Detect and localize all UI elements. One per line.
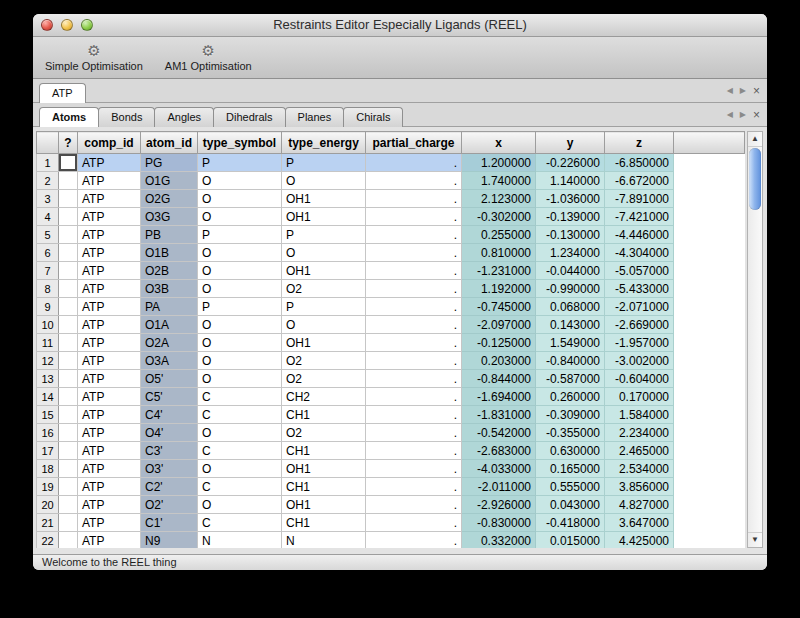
cell-type_energy[interactable]: OH1 [282, 208, 366, 226]
cell-type_energy[interactable]: CH2 [282, 388, 366, 406]
cell-q[interactable] [59, 334, 78, 352]
cell-type_energy[interactable]: CH1 [282, 442, 366, 460]
cell-x[interactable]: 0.203000 [462, 352, 536, 370]
table-row[interactable]: 19ATPC2'CCH1.-2.0110000.5550003.856000 [37, 478, 745, 496]
tab-planes[interactable]: Planes [285, 107, 345, 127]
column-header-type_symbol[interactable]: type_symbol [198, 132, 282, 154]
cell-z[interactable]: 1.584000 [605, 406, 674, 424]
cell-atom_id[interactable]: O1A [141, 316, 198, 334]
tab-angles[interactable]: Angles [154, 107, 214, 127]
cell-comp_id[interactable]: ATP [78, 496, 141, 514]
row-number[interactable]: 7 [37, 262, 59, 280]
cell-type_symbol[interactable]: P [198, 226, 282, 244]
toolbar-button-am1-optimisation[interactable]: ⚙ AM1 Optimisation [157, 42, 260, 73]
cell-y[interactable]: 0.068000 [536, 298, 605, 316]
cell-q[interactable] [59, 460, 78, 478]
cell-atom_id[interactable]: O2B [141, 262, 198, 280]
cell-type_symbol[interactable]: O [198, 190, 282, 208]
cell-partial_charge[interactable]: . [366, 316, 462, 334]
cell-x[interactable]: -1.831000 [462, 406, 536, 424]
cell-type_energy[interactable]: OH1 [282, 262, 366, 280]
cell-partial_charge[interactable]: . [366, 460, 462, 478]
cell-type_energy[interactable]: O [282, 244, 366, 262]
cell-partial_charge[interactable]: . [366, 478, 462, 496]
table-row[interactable]: 6ATPO1BOO.0.8100001.234000-4.304000 [37, 244, 745, 262]
cell-atom_id[interactable]: O5' [141, 370, 198, 388]
cell-z[interactable]: -3.002000 [605, 352, 674, 370]
cell-z[interactable]: -0.604000 [605, 370, 674, 388]
cell-y[interactable]: 1.140000 [536, 172, 605, 190]
cell-z[interactable]: 4.425000 [605, 532, 674, 549]
cell-type_symbol[interactable]: O [198, 172, 282, 190]
cell-comp_id[interactable]: ATP [78, 514, 141, 532]
cell-q[interactable] [59, 424, 78, 442]
cell-type_energy[interactable]: P [282, 298, 366, 316]
cell-comp_id[interactable]: ATP [78, 370, 141, 388]
table-row[interactable]: 22ATPN9NN.0.3320000.0150004.425000 [37, 532, 745, 549]
cell-y[interactable]: 0.043000 [536, 496, 605, 514]
cell-partial_charge[interactable]: . [366, 532, 462, 549]
cell-q[interactable] [59, 532, 78, 549]
cell-type_symbol[interactable]: O [198, 424, 282, 442]
tab-scroll-right-icon[interactable]: ▶ [740, 86, 746, 95]
tab-close-icon[interactable]: × [753, 109, 760, 121]
cell-y[interactable]: -0.418000 [536, 514, 605, 532]
vertical-scrollbar[interactable]: ▲ ▼ [747, 131, 763, 548]
cell-partial_charge[interactable]: . [366, 352, 462, 370]
scroll-down-icon[interactable]: ▼ [748, 532, 762, 547]
cell-y[interactable]: 0.165000 [536, 460, 605, 478]
tab-chirals[interactable]: Chirals [343, 107, 403, 127]
row-number[interactable]: 6 [37, 244, 59, 262]
cell-type_energy[interactable]: OH1 [282, 190, 366, 208]
cell-type_symbol[interactable]: C [198, 442, 282, 460]
cell-atom_id[interactable]: O2A [141, 334, 198, 352]
cell-type_symbol[interactable]: C [198, 388, 282, 406]
tab-atp[interactable]: ATP [39, 83, 86, 103]
cell-comp_id[interactable]: ATP [78, 352, 141, 370]
cell-comp_id[interactable]: ATP [78, 154, 141, 172]
cell-atom_id[interactable]: O3G [141, 208, 198, 226]
row-number[interactable]: 15 [37, 406, 59, 424]
cell-q[interactable] [59, 244, 78, 262]
row-number[interactable]: 19 [37, 478, 59, 496]
tab-close-icon[interactable]: × [753, 85, 760, 97]
cell-atom_id[interactable]: O3B [141, 280, 198, 298]
row-number[interactable]: 20 [37, 496, 59, 514]
cell-q[interactable] [59, 352, 78, 370]
cell-type_symbol[interactable]: N [198, 532, 282, 549]
cell-comp_id[interactable]: ATP [78, 334, 141, 352]
cell-q[interactable] [59, 172, 78, 190]
cell-type_symbol[interactable]: P [198, 154, 282, 172]
cell-atom_id[interactable]: PB [141, 226, 198, 244]
cell-y[interactable]: 0.555000 [536, 478, 605, 496]
cell-y[interactable]: 1.234000 [536, 244, 605, 262]
cell-q[interactable] [59, 388, 78, 406]
table-row[interactable]: 3ATPO2GOOH1.2.123000-1.036000-7.891000 [37, 190, 745, 208]
table-row[interactable]: 18ATPO3'OOH1.-4.0330000.1650002.534000 [37, 460, 745, 478]
cell-atom_id[interactable]: O3' [141, 460, 198, 478]
cell-x[interactable]: 1.200000 [462, 154, 536, 172]
cell-x[interactable]: -4.033000 [462, 460, 536, 478]
cell-q[interactable] [59, 262, 78, 280]
cell-q[interactable] [59, 190, 78, 208]
row-number[interactable]: 9 [37, 298, 59, 316]
table-row[interactable]: 9ATPPAPP.-0.7450000.068000-2.071000 [37, 298, 745, 316]
cell-x[interactable]: -0.745000 [462, 298, 536, 316]
row-number[interactable]: 5 [37, 226, 59, 244]
cell-y[interactable]: -0.226000 [536, 154, 605, 172]
cell-type_symbol[interactable]: O [198, 262, 282, 280]
cell-y[interactable]: -0.840000 [536, 352, 605, 370]
cell-partial_charge[interactable]: . [366, 154, 462, 172]
cell-x[interactable]: 1.192000 [462, 280, 536, 298]
cell-z[interactable]: 2.234000 [605, 424, 674, 442]
cell-type_energy[interactable]: CH1 [282, 478, 366, 496]
row-number[interactable]: 21 [37, 514, 59, 532]
cell-x[interactable]: 0.332000 [462, 532, 536, 549]
cell-z[interactable]: -5.057000 [605, 262, 674, 280]
cell-q[interactable] [59, 514, 78, 532]
cell-type_energy[interactable]: N [282, 532, 366, 549]
cell-type_symbol[interactable]: O [198, 352, 282, 370]
column-header-z[interactable]: z [605, 132, 674, 154]
cell-type_symbol[interactable]: P [198, 298, 282, 316]
row-number[interactable]: 22 [37, 532, 59, 549]
